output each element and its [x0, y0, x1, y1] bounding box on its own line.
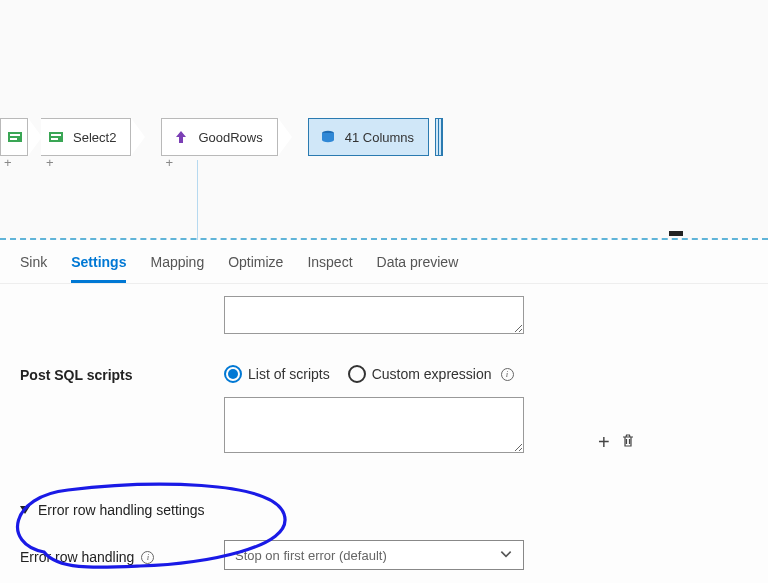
settings-panel: Post SQL scripts List of scripts Custom … [0, 284, 768, 570]
node-label: Select2 [73, 130, 116, 145]
svg-rect-3 [49, 132, 63, 142]
svg-rect-1 [10, 134, 20, 136]
select-icon [47, 128, 65, 146]
pre-sql-textarea[interactable] [224, 296, 524, 334]
guide-line [197, 160, 198, 240]
database-sink-icon [319, 128, 337, 146]
chevron-down-icon [499, 547, 513, 564]
tab-sink[interactable]: Sink [20, 254, 47, 283]
flow-nodes-row: + Select2 + GoodRows + [0, 118, 443, 156]
delete-script-button[interactable] [620, 432, 636, 452]
tab-inspect[interactable]: Inspect [307, 254, 352, 283]
error-row-handling-label: Error row handling [20, 549, 134, 565]
panel-resize-handle[interactable] [669, 231, 683, 236]
dropdown-value: Stop on first error (default) [235, 548, 387, 563]
tab-settings[interactable]: Settings [71, 254, 126, 283]
add-script-button[interactable]: + [598, 432, 610, 452]
add-node-button[interactable]: + [165, 155, 173, 170]
sink-end-cap [435, 118, 443, 156]
svg-rect-5 [51, 138, 58, 140]
select-icon [7, 128, 23, 146]
svg-rect-2 [10, 138, 17, 140]
info-icon[interactable]: i [141, 551, 154, 564]
section-title: Error row handling settings [38, 502, 205, 518]
post-sql-label: Post SQL scripts [20, 365, 224, 383]
node-label: GoodRows [198, 130, 262, 145]
flow-node-select2[interactable]: Select2 [41, 118, 131, 156]
info-icon[interactable]: i [501, 368, 514, 381]
radio-indicator [224, 365, 242, 383]
add-node-button[interactable]: + [46, 155, 54, 170]
node-label: 41 Columns [345, 130, 414, 145]
svg-rect-4 [51, 134, 61, 136]
flow-node-goodrows[interactable]: GoodRows [161, 118, 277, 156]
script-list-actions: + [598, 432, 636, 452]
post-sql-textarea[interactable] [224, 397, 524, 453]
error-row-section-toggle[interactable]: Error row handling settings [20, 502, 748, 518]
tab-mapping[interactable]: Mapping [150, 254, 204, 283]
add-node-button[interactable]: + [4, 155, 12, 170]
tab-optimize[interactable]: Optimize [228, 254, 283, 283]
conditional-split-icon [172, 128, 190, 146]
post-sql-row: Post SQL scripts List of scripts Custom … [20, 365, 748, 383]
error-row-handling-dropdown[interactable]: Stop on first error (default) [224, 540, 524, 570]
caret-down-icon [20, 506, 30, 514]
tab-data-preview[interactable]: Data preview [377, 254, 459, 283]
flow-node-edge-left[interactable] [0, 118, 28, 156]
settings-tabs: Sink Settings Mapping Optimize Inspect D… [0, 240, 768, 284]
radio-list-of-scripts[interactable]: List of scripts [224, 365, 330, 383]
svg-rect-0 [8, 132, 22, 142]
error-row-handling-row: Error row handling i Stop on first error… [20, 540, 748, 570]
radio-indicator [348, 365, 366, 383]
radio-custom-expression[interactable]: Custom expression i [348, 365, 514, 383]
dataflow-canvas[interactable]: + Select2 + GoodRows + [0, 0, 768, 240]
radio-label: List of scripts [248, 366, 330, 382]
flow-node-sink[interactable]: 41 Columns [308, 118, 429, 156]
radio-label: Custom expression [372, 366, 492, 382]
